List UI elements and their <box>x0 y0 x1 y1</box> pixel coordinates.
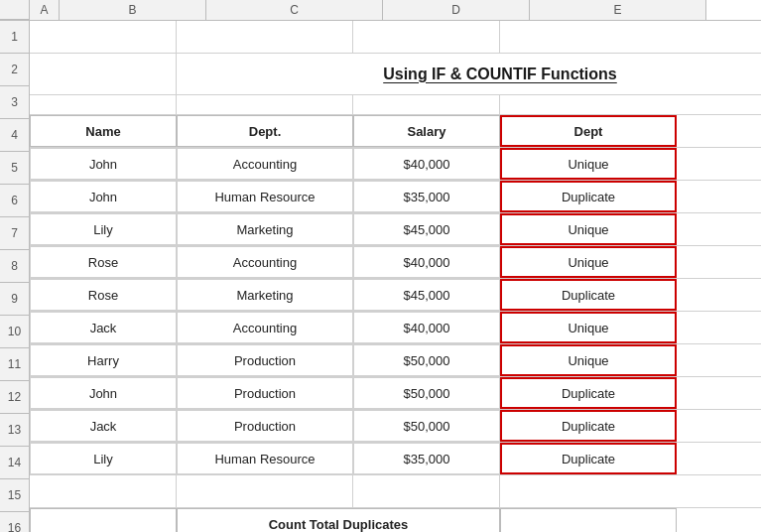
cell-result-6[interactable]: Unique <box>500 344 677 376</box>
cell-salary-2[interactable]: $45,000 <box>353 213 500 245</box>
header-dept: Dept. <box>177 115 353 147</box>
cell-salary-3[interactable]: $40,000 <box>353 246 500 278</box>
cell-name-7[interactable]: John <box>30 377 177 409</box>
cell-result-4[interactable]: Duplicate <box>500 279 677 311</box>
cell-dept-5[interactable]: Accounting <box>177 312 353 343</box>
cell-dept-7[interactable]: Production <box>177 377 353 409</box>
cell-b2[interactable] <box>30 54 177 94</box>
spreadsheet: A B C D E 1 2 3 4 5 6 7 8 9 10 11 12 13 … <box>0 0 761 532</box>
col-header-e: E <box>530 0 706 20</box>
cell-dept-2[interactable]: Marketing <box>177 213 353 245</box>
spreadsheet-title: Using IF & COUNTIF Functions <box>383 66 617 83</box>
cell-dept-1[interactable]: Human Resource <box>177 181 353 212</box>
row-num-4: 4 <box>0 119 29 152</box>
row-num-3: 3 <box>0 86 29 119</box>
row-16: Count Total Duplicates <box>30 508 761 532</box>
row-6: John Human Resource $35,000 Duplicate <box>30 181 761 213</box>
cell-d3[interactable] <box>353 95 500 114</box>
row-5: John Accounting $40,000 Unique <box>30 148 761 181</box>
row-4: Name Dept. Salary Dept <box>30 115 761 148</box>
row-num-14: 14 <box>0 447 29 479</box>
row-15 <box>30 475 761 508</box>
cell-salary-5[interactable]: $40,000 <box>353 312 500 343</box>
cell-b3[interactable] <box>30 95 177 114</box>
row-num-15: 15 <box>0 479 29 512</box>
cell-d1[interactable] <box>353 21 500 53</box>
row-2: Using IF & COUNTIF Functions <box>30 54 761 95</box>
row-num-6: 6 <box>0 185 29 217</box>
cell-dept-9[interactable]: Human Resource <box>177 443 353 474</box>
count-total-label: Count Total Duplicates <box>177 508 500 532</box>
cell-result-7[interactable]: Duplicate <box>500 377 677 409</box>
col-header-c: C <box>206 0 383 20</box>
cell-e3[interactable] <box>500 95 677 114</box>
cell-dept-8[interactable]: Production <box>177 410 353 442</box>
cell-salary-4[interactable]: $45,000 <box>353 279 500 311</box>
cell-name-3[interactable]: Rose <box>30 246 177 278</box>
corner-cell <box>0 0 30 20</box>
cell-d15[interactable] <box>353 475 500 507</box>
row-numbers: 1 2 3 4 5 6 7 8 9 10 11 12 13 14 15 16 <box>0 21 30 532</box>
count-total-value[interactable] <box>500 508 677 532</box>
cell-result-1[interactable]: Duplicate <box>500 181 677 212</box>
cell-result-5[interactable]: Unique <box>500 312 677 343</box>
header-salary: Salary <box>353 115 500 147</box>
row-num-10: 10 <box>0 316 29 348</box>
row-11: Harry Production $50,000 Unique <box>30 344 761 377</box>
cell-dept-4[interactable]: Marketing <box>177 279 353 311</box>
cell-result-3[interactable]: Unique <box>500 246 677 278</box>
row-num-13: 13 <box>0 414 29 447</box>
cell-name-8[interactable]: Jack <box>30 410 177 442</box>
row-num-2: 2 <box>0 54 29 86</box>
cell-e15[interactable] <box>500 475 677 507</box>
cell-name-0[interactable]: John <box>30 148 177 180</box>
cell-name-5[interactable]: Jack <box>30 312 177 343</box>
column-headers: A B C D E <box>0 0 761 21</box>
cell-c15[interactable] <box>177 475 353 507</box>
cell-b16[interactable] <box>30 508 177 532</box>
cell-salary-9[interactable]: $35,000 <box>353 443 500 474</box>
grid-content: Using IF & COUNTIF Functions Name Dept. … <box>30 21 761 532</box>
cell-salary-7[interactable]: $50,000 <box>353 377 500 409</box>
row-num-8: 8 <box>0 250 29 283</box>
cell-salary-6[interactable]: $50,000 <box>353 344 500 376</box>
cell-dept-3[interactable]: Accounting <box>177 246 353 278</box>
row-12: John Production $50,000 Duplicate <box>30 377 761 410</box>
col-header-b: B <box>60 0 206 20</box>
header-dept-result: Dept <box>500 115 677 147</box>
cell-c3[interactable] <box>177 95 353 114</box>
cell-name-9[interactable]: Lily <box>30 443 177 474</box>
cell-salary-8[interactable]: $50,000 <box>353 410 500 442</box>
cell-name-2[interactable]: Lily <box>30 213 177 245</box>
cell-result-0[interactable]: Unique <box>500 148 677 180</box>
row-num-12: 12 <box>0 381 29 414</box>
cell-salary-0[interactable]: $40,000 <box>353 148 500 180</box>
cell-result-9[interactable]: Duplicate <box>500 443 677 474</box>
cell-e1[interactable] <box>500 21 677 53</box>
grid-body: 1 2 3 4 5 6 7 8 9 10 11 12 13 14 15 16 <box>0 21 761 532</box>
cell-name-6[interactable]: Harry <box>30 344 177 376</box>
row-num-9: 9 <box>0 283 29 316</box>
row-1 <box>30 21 761 54</box>
cell-name-1[interactable]: John <box>30 181 177 212</box>
cell-result-8[interactable]: Duplicate <box>500 410 677 442</box>
row-3 <box>30 95 761 115</box>
row-8: Rose Accounting $40,000 Unique <box>30 246 761 279</box>
row-num-11: 11 <box>0 348 29 381</box>
cell-result-2[interactable]: Unique <box>500 213 677 245</box>
cell-dept-6[interactable]: Production <box>177 344 353 376</box>
cell-b15[interactable] <box>30 475 177 507</box>
row-14: Lily Human Resource $35,000 Duplicate <box>30 443 761 475</box>
cell-salary-1[interactable]: $35,000 <box>353 181 500 212</box>
cell-b1[interactable] <box>30 21 177 53</box>
row-num-1: 1 <box>0 21 29 54</box>
row-num-5: 5 <box>0 152 29 185</box>
row-7: Lily Marketing $45,000 Unique <box>30 213 761 246</box>
header-name: Name <box>30 115 177 147</box>
row-9: Rose Marketing $45,000 Duplicate <box>30 279 761 312</box>
row-num-7: 7 <box>0 217 29 250</box>
cell-name-4[interactable]: Rose <box>30 279 177 311</box>
col-header-a: A <box>30 0 60 20</box>
cell-c1[interactable] <box>177 21 353 53</box>
cell-dept-0[interactable]: Accounting <box>177 148 353 180</box>
